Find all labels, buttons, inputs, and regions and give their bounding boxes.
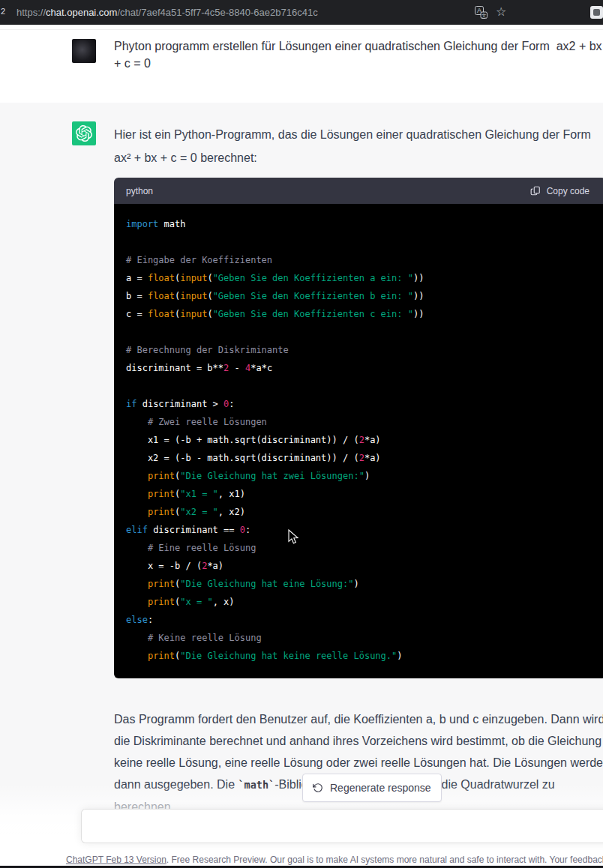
tab-title-fragment: 2 xyxy=(1,7,5,16)
clipboard-icon xyxy=(530,185,541,196)
code-language-label: python xyxy=(126,186,153,196)
translate-icon-glyph: A 文 xyxy=(475,6,488,19)
user-avatar xyxy=(72,39,96,63)
code-block-header: python Copy code xyxy=(114,178,603,204)
footer: ChatGPT Feb 13 Version. Free Research Pr… xyxy=(66,855,603,865)
regenerate-label: Regenerate response xyxy=(330,782,431,794)
footer-text: . Free Research Preview. Our goal is to … xyxy=(166,855,603,865)
copy-code-label: Copy code xyxy=(547,186,590,196)
assistant-message-row: Hier ist ein Python-Programm, das die Lö… xyxy=(0,103,603,868)
code-block: python Copy code import math# Eingabe de… xyxy=(114,178,603,678)
url-scheme: https:// xyxy=(16,7,46,18)
copy-code-button[interactable]: Copy code xyxy=(526,184,594,197)
user-message-text: Phyton programm erstellen für Lösungen e… xyxy=(114,37,602,72)
openai-logo-icon xyxy=(76,125,92,142)
bookmark-star-icon[interactable]: ☆ xyxy=(496,4,506,19)
url-path: /chat/7aef4a51-5ff7-4c5e-8840-6ae2b716c4… xyxy=(117,7,317,18)
assistant-avatar xyxy=(72,121,96,145)
svg-text:文: 文 xyxy=(482,13,487,18)
address-bar[interactable]: https://chat.openai.com/chat/7aef4a51-5f… xyxy=(16,7,318,18)
browser-extension-icon[interactable] xyxy=(590,6,603,19)
regenerate-response-button[interactable]: Regenerate response xyxy=(302,774,442,802)
browser-url-bar: 2 https://chat.openai.com/chat/7aef4a51-… xyxy=(0,0,603,25)
mouse-cursor xyxy=(288,529,299,545)
assistant-intro-text: Hier ist ein Python-Programm, das die Lö… xyxy=(114,123,591,169)
user-message-row: Phyton programm erstellen für Lösungen e… xyxy=(0,29,603,103)
url-host: chat.openai.com xyxy=(46,7,117,18)
translate-icon[interactable]: A 文 xyxy=(475,6,488,19)
regenerate-icon xyxy=(313,783,323,793)
code-content: import math# Eingabe der Koeffizientena … xyxy=(114,204,603,678)
footer-version-link[interactable]: ChatGPT Feb 13 Version xyxy=(66,855,166,865)
prompt-input[interactable] xyxy=(82,810,603,843)
prompt-input-container xyxy=(81,809,603,843)
